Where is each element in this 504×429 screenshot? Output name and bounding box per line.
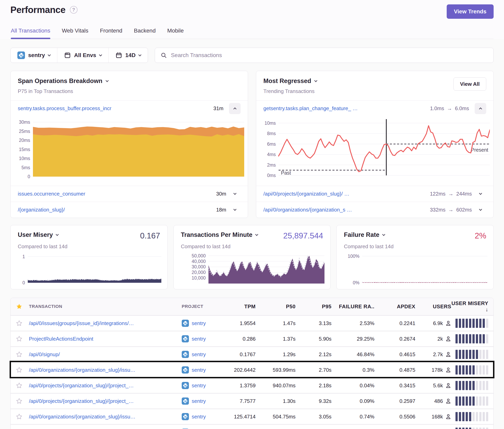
star-outline-icon[interactable] bbox=[16, 382, 29, 389]
environment-icon bbox=[64, 52, 71, 59]
page-header: Performance ? View Trends All Transactio… bbox=[0, 0, 504, 39]
star-outline-icon[interactable] bbox=[16, 335, 29, 342]
transaction-link[interactable]: /api/0/signup/ bbox=[29, 351, 182, 358]
collapse-button[interactable] bbox=[229, 103, 241, 114]
failure-rate-card: Failure Rate 2% Compared to last 14d 100… bbox=[336, 225, 494, 289]
span-op-link[interactable]: issues.occurrence_consumer bbox=[18, 191, 85, 197]
tpm-title-dropdown[interactable]: Transactions Per Minute bbox=[181, 231, 258, 238]
star-outline-icon[interactable] bbox=[16, 398, 29, 404]
users-value: 2k bbox=[415, 336, 451, 342]
p50-value: 1.47s bbox=[256, 320, 296, 326]
expand-button[interactable] bbox=[475, 193, 486, 195]
regression-to: 602ms bbox=[456, 207, 472, 213]
view-trends-button[interactable]: View Trends bbox=[447, 4, 494, 19]
star-outline-icon[interactable] bbox=[16, 413, 29, 420]
svg-text:20ms: 20ms bbox=[19, 138, 30, 143]
col-transaction[interactable]: TRANSACTION bbox=[29, 304, 182, 309]
project-link[interactable]: sentry bbox=[182, 351, 223, 358]
regressed-row: /api/0/projects/{organization_slug}/ … 1… bbox=[256, 186, 493, 202]
svg-text:4ms: 4ms bbox=[267, 152, 276, 157]
regressed-transaction-link[interactable]: /api/0/projects/{organization_slug}/ … bbox=[263, 191, 350, 197]
p50-value: 1.30s bbox=[256, 398, 296, 404]
user-misery-chart: 10 bbox=[15, 251, 161, 285]
regression-from: 122ms bbox=[430, 191, 445, 197]
project-link[interactable]: sentry bbox=[182, 320, 223, 327]
failure-rate-chart: 100%0% bbox=[342, 251, 487, 285]
col-failure-rate[interactable]: FAILURE RA.. bbox=[332, 304, 374, 310]
transaction-link[interactable]: ProjectRuleActionsEndpoint bbox=[29, 336, 182, 342]
user-misery-score bbox=[451, 412, 488, 421]
svg-text:0ms: 0ms bbox=[267, 173, 276, 178]
transaction-link[interactable]: /api/0/organizations/{organization_slug}… bbox=[29, 414, 182, 420]
regressed-transaction-link[interactable]: getsentry.tasks.plan_change_feature_ … bbox=[263, 105, 358, 112]
transaction-link[interactable]: /api/0/issues|groups/{issue_id}/integrat… bbox=[29, 320, 182, 326]
tab-backend[interactable]: Backend bbox=[134, 27, 156, 39]
table-row[interactable]: /api/0/projects/{organization_slug}/{pro… bbox=[11, 377, 493, 393]
table-row[interactable]: ProjectRuleActionsEndpoint sentry 0.286 … bbox=[11, 331, 493, 346]
most-regressed-title-dropdown[interactable]: Most Regressed bbox=[263, 78, 317, 85]
regression-from: 1.0ms bbox=[430, 105, 444, 112]
star-filled-icon[interactable] bbox=[16, 303, 29, 310]
table-row[interactable]: /api/0/signup/ sentry 0.1767 1.29s 2.12s… bbox=[11, 346, 493, 362]
chevron-up-icon bbox=[479, 107, 482, 111]
project-filter[interactable]: sentry bbox=[11, 48, 57, 63]
project-link[interactable]: sentry bbox=[182, 335, 223, 342]
transaction-link[interactable]: /api/0/organizations/{organization_slug}… bbox=[29, 367, 182, 373]
user-misery-score bbox=[451, 428, 488, 429]
col-apdex[interactable]: APDEX bbox=[374, 304, 415, 310]
failure-rate-value: 0.09% bbox=[332, 398, 374, 404]
failure-rate-value: 0.04% bbox=[332, 383, 374, 389]
star-outline-icon[interactable] bbox=[16, 367, 29, 373]
expand-button[interactable] bbox=[229, 193, 241, 195]
project-link[interactable]: sentry bbox=[182, 397, 223, 405]
col-tpm[interactable]: TPM bbox=[223, 304, 256, 310]
environment-filter[interactable]: All Envs bbox=[57, 48, 108, 63]
view-all-button[interactable]: View All bbox=[453, 78, 486, 91]
table-row[interactable]: /api/0/issues|groups/{issue_id}/integrat… bbox=[11, 315, 493, 331]
collapse-button[interactable] bbox=[475, 103, 486, 114]
card-title: User Misery bbox=[18, 231, 53, 238]
table-row[interactable] bbox=[11, 424, 493, 429]
user-misery-title-dropdown[interactable]: User Misery bbox=[18, 231, 58, 238]
star-outline-icon[interactable] bbox=[16, 320, 29, 327]
svg-text:10ms: 10ms bbox=[265, 121, 276, 126]
failure-rate-title-dropdown[interactable]: Failure Rate bbox=[344, 231, 385, 238]
card-subtitle: Compared to last 14d bbox=[181, 244, 323, 250]
expand-button[interactable] bbox=[229, 209, 241, 211]
span-ops-title-dropdown[interactable]: Span Operations Breakdown bbox=[18, 78, 108, 85]
tab-all-transactions[interactable]: All Transactions bbox=[11, 27, 50, 39]
col-user-misery-sorted[interactable]: USER MISERY ↓ bbox=[451, 300, 488, 313]
col-p95[interactable]: P95 bbox=[296, 304, 332, 310]
p95-value: 2.12s bbox=[296, 351, 332, 358]
help-icon[interactable]: ? bbox=[70, 6, 78, 14]
table-row[interactable]: /api/0/projects/{organization_slug}/{pro… bbox=[11, 393, 493, 408]
col-p50[interactable]: P50 bbox=[256, 304, 296, 310]
project-link[interactable]: sentry bbox=[182, 413, 223, 420]
span-op-link[interactable]: /{organization_slug}/ bbox=[18, 207, 65, 213]
transaction-link[interactable]: /api/0/projects/{organization_slug}/{pro… bbox=[29, 383, 182, 389]
col-project[interactable]: PROJECT bbox=[182, 304, 223, 309]
apdex-value: 0.2241 bbox=[374, 320, 415, 326]
svg-text:0%: 0% bbox=[353, 280, 360, 285]
table-row[interactable]: /api/0/organizations/{organization_slug}… bbox=[11, 362, 493, 377]
transaction-link[interactable]: /api/0/projects/{organization_slug}/{pro… bbox=[29, 398, 182, 404]
span-op-link[interactable]: sentry.tasks.process_buffer.process_incr bbox=[18, 105, 111, 112]
tab-web-vitals[interactable]: Web Vitals bbox=[62, 27, 89, 39]
p95-value: 5.90s bbox=[296, 336, 332, 342]
tab-mobile[interactable]: Mobile bbox=[167, 27, 184, 39]
expand-button[interactable] bbox=[475, 209, 486, 211]
chevron-down-icon bbox=[99, 53, 102, 56]
tab-frontend[interactable]: Frontend bbox=[100, 27, 122, 39]
user-misery-value: 0.167 bbox=[140, 231, 160, 240]
date-range-filter[interactable]: 14D bbox=[108, 48, 148, 63]
regressed-transaction-link[interactable]: /api/0/organizations/{organization_s … bbox=[263, 207, 352, 213]
star-outline-icon[interactable] bbox=[16, 351, 29, 358]
calendar-icon bbox=[115, 52, 122, 59]
search-transactions-input[interactable]: Search Transactions bbox=[155, 48, 494, 63]
table-row[interactable]: /api/0/organizations/{organization_slug}… bbox=[11, 408, 493, 424]
chevron-down-icon bbox=[314, 79, 317, 82]
project-link[interactable]: sentry bbox=[182, 366, 223, 374]
col-users[interactable]: USERS bbox=[415, 304, 451, 310]
project-link[interactable]: sentry bbox=[182, 382, 223, 389]
regressed-row: /api/0/organizations/{organization_s … 3… bbox=[256, 202, 493, 218]
